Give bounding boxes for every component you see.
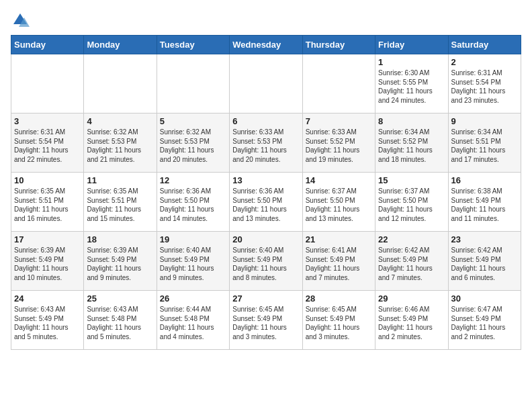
logo-icon [11,11,30,30]
day-number: 3 [14,116,81,126]
day-number: 30 [451,293,518,304]
day-number: 24 [14,293,81,304]
day-info: Sunrise: 6:31 AM Sunset: 5:54 PM Dayligh… [14,128,81,164]
day-info: Sunrise: 6:33 AM Sunset: 5:52 PM Dayligh… [306,128,372,164]
calendar-cell: 14Sunrise: 6:37 AM Sunset: 5:50 PM Dayli… [302,173,375,232]
week-row-1: 1Sunrise: 6:30 AM Sunset: 5:55 PM Daylig… [11,54,521,113]
calendar-cell: 10Sunrise: 6:35 AM Sunset: 5:51 PM Dayli… [11,173,84,232]
day-number: 12 [160,175,226,185]
day-number: 17 [14,234,81,244]
day-number: 26 [160,293,226,304]
day-number: 13 [232,175,299,185]
weekday-header-thursday: Thursday [302,36,375,54]
calendar-cell: 21Sunrise: 6:41 AM Sunset: 5:49 PM Dayli… [302,232,375,291]
day-info: Sunrise: 6:39 AM Sunset: 5:49 PM Dayligh… [14,246,81,282]
page-header [11,11,521,30]
day-info: Sunrise: 6:43 AM Sunset: 5:48 PM Dayligh… [87,305,153,341]
day-number: 14 [306,175,372,185]
day-number: 5 [160,116,226,126]
calendar-cell: 13Sunrise: 6:36 AM Sunset: 5:50 PM Dayli… [230,173,302,232]
day-number: 10 [14,175,81,185]
calendar-cell [84,54,157,113]
weekday-header-row: SundayMondayTuesdayWednesdayThursdayFrid… [11,36,521,54]
day-info: Sunrise: 6:38 AM Sunset: 5:49 PM Dayligh… [451,187,518,223]
calendar-cell: 8Sunrise: 6:34 AM Sunset: 5:52 PM Daylig… [375,113,448,173]
day-info: Sunrise: 6:46 AM Sunset: 5:49 PM Dayligh… [378,305,445,341]
day-info: Sunrise: 6:47 AM Sunset: 5:49 PM Dayligh… [451,305,518,341]
day-number: 6 [232,116,299,126]
calendar-cell [302,54,375,113]
day-number: 23 [451,234,518,244]
day-info: Sunrise: 6:30 AM Sunset: 5:55 PM Dayligh… [378,68,445,105]
day-info: Sunrise: 6:33 AM Sunset: 5:53 PM Dayligh… [232,128,299,164]
day-number: 15 [378,175,445,185]
calendar-cell [11,54,84,113]
day-info: Sunrise: 6:43 AM Sunset: 5:49 PM Dayligh… [14,305,81,341]
calendar-cell [230,54,302,113]
day-number: 2 [451,57,518,67]
day-info: Sunrise: 6:42 AM Sunset: 5:49 PM Dayligh… [451,246,518,282]
week-row-4: 17Sunrise: 6:39 AM Sunset: 5:49 PM Dayli… [11,232,521,291]
day-info: Sunrise: 6:34 AM Sunset: 5:51 PM Dayligh… [451,128,518,164]
weekday-header-wednesday: Wednesday [230,36,302,54]
calendar-cell: 9Sunrise: 6:34 AM Sunset: 5:51 PM Daylig… [448,113,521,173]
day-info: Sunrise: 6:42 AM Sunset: 5:49 PM Dayligh… [378,246,445,282]
day-number: 22 [378,234,445,244]
day-info: Sunrise: 6:34 AM Sunset: 5:52 PM Dayligh… [378,128,445,164]
day-info: Sunrise: 6:40 AM Sunset: 5:49 PM Dayligh… [232,246,299,282]
day-number: 9 [451,116,518,126]
day-info: Sunrise: 6:32 AM Sunset: 5:53 PM Dayligh… [87,128,153,164]
day-info: Sunrise: 6:37 AM Sunset: 5:50 PM Dayligh… [306,187,372,223]
day-info: Sunrise: 6:41 AM Sunset: 5:49 PM Dayligh… [306,246,372,282]
calendar-cell: 26Sunrise: 6:44 AM Sunset: 5:48 PM Dayli… [157,291,229,350]
day-info: Sunrise: 6:39 AM Sunset: 5:49 PM Dayligh… [87,246,153,282]
week-row-2: 3Sunrise: 6:31 AM Sunset: 5:54 PM Daylig… [11,113,521,173]
calendar-cell: 24Sunrise: 6:43 AM Sunset: 5:49 PM Dayli… [11,291,84,350]
calendar-cell: 11Sunrise: 6:35 AM Sunset: 5:51 PM Dayli… [84,173,157,232]
day-info: Sunrise: 6:40 AM Sunset: 5:49 PM Dayligh… [160,246,226,282]
calendar-cell: 18Sunrise: 6:39 AM Sunset: 5:49 PM Dayli… [84,232,157,291]
day-number: 7 [306,116,372,126]
day-number: 11 [87,175,153,185]
calendar-cell: 19Sunrise: 6:40 AM Sunset: 5:49 PM Dayli… [157,232,229,291]
calendar-cell: 20Sunrise: 6:40 AM Sunset: 5:49 PM Dayli… [230,232,302,291]
day-number: 29 [378,293,445,304]
day-number: 4 [87,116,153,126]
calendar-cell: 23Sunrise: 6:42 AM Sunset: 5:49 PM Dayli… [448,232,521,291]
weekday-header-friday: Friday [375,36,448,54]
day-number: 19 [160,234,226,244]
calendar-cell: 4Sunrise: 6:32 AM Sunset: 5:53 PM Daylig… [84,113,157,173]
calendar-cell: 25Sunrise: 6:43 AM Sunset: 5:48 PM Dayli… [84,291,157,350]
calendar-cell: 30Sunrise: 6:47 AM Sunset: 5:49 PM Dayli… [448,291,521,350]
calendar-cell [157,54,229,113]
weekday-header-sunday: Sunday [11,36,84,54]
day-number: 25 [87,293,153,304]
day-info: Sunrise: 6:37 AM Sunset: 5:50 PM Dayligh… [378,187,445,223]
calendar-cell: 12Sunrise: 6:36 AM Sunset: 5:50 PM Dayli… [157,173,229,232]
day-number: 28 [306,293,372,304]
week-row-3: 10Sunrise: 6:35 AM Sunset: 5:51 PM Dayli… [11,173,521,232]
day-info: Sunrise: 6:36 AM Sunset: 5:50 PM Dayligh… [232,187,299,223]
day-info: Sunrise: 6:36 AM Sunset: 5:50 PM Dayligh… [160,187,226,223]
logo [11,11,32,30]
day-info: Sunrise: 6:35 AM Sunset: 5:51 PM Dayligh… [87,187,153,223]
calendar-cell: 3Sunrise: 6:31 AM Sunset: 5:54 PM Daylig… [11,113,84,173]
day-number: 1 [378,57,445,67]
calendar-cell: 2Sunrise: 6:31 AM Sunset: 5:54 PM Daylig… [448,54,521,113]
calendar-cell: 22Sunrise: 6:42 AM Sunset: 5:49 PM Dayli… [375,232,448,291]
calendar-cell: 16Sunrise: 6:38 AM Sunset: 5:49 PM Dayli… [448,173,521,232]
calendar-cell: 6Sunrise: 6:33 AM Sunset: 5:53 PM Daylig… [230,113,302,173]
weekday-header-saturday: Saturday [448,36,521,54]
week-row-5: 24Sunrise: 6:43 AM Sunset: 5:49 PM Dayli… [11,291,521,350]
calendar-cell: 1Sunrise: 6:30 AM Sunset: 5:55 PM Daylig… [375,54,448,113]
day-number: 27 [232,293,299,304]
day-info: Sunrise: 6:45 AM Sunset: 5:49 PM Dayligh… [232,305,299,341]
calendar-table: SundayMondayTuesdayWednesdayThursdayFrid… [11,35,521,350]
day-number: 18 [87,234,153,244]
day-info: Sunrise: 6:35 AM Sunset: 5:51 PM Dayligh… [14,187,81,223]
day-number: 21 [306,234,372,244]
day-info: Sunrise: 6:32 AM Sunset: 5:53 PM Dayligh… [160,128,226,164]
weekday-header-tuesday: Tuesday [157,36,229,54]
calendar-cell: 28Sunrise: 6:45 AM Sunset: 5:49 PM Dayli… [302,291,375,350]
day-number: 8 [378,116,445,126]
